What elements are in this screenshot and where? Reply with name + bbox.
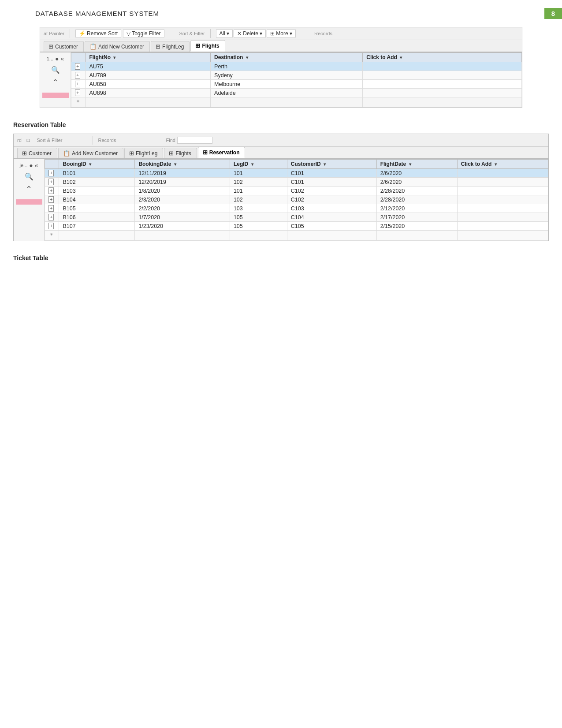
table-row[interactable]: + B102 12/20/2019 102 C101 2/6/2020 <box>45 178 548 187</box>
all-btn[interactable]: All ▾ <box>216 29 233 38</box>
res-nav-row-3: ⌃ <box>15 184 42 194</box>
flights-data-table: FlightNo ▾ Destination ▾ Click to Add ▾ … <box>71 52 522 108</box>
res-col-click-to-add[interactable]: Click to Add ▾ <box>457 160 548 169</box>
find-input[interactable] <box>177 137 212 144</box>
toggle-filter-btn[interactable]: ▽ Toggle Filter <box>123 29 164 38</box>
flight-date-cell: 2/28/2020 <box>376 187 457 195</box>
new-flight-id <box>86 97 211 108</box>
row-expand-cell[interactable]: + <box>45 187 59 195</box>
table-row[interactable]: + AU898 Adelaide <box>71 89 522 97</box>
section2-label: Ticket Table <box>13 254 549 261</box>
tab-res-customer[interactable]: ⊞ Customer <box>17 148 57 158</box>
click-to-add-cell <box>457 195 548 204</box>
customer-id-cell: C101 <box>287 169 376 178</box>
res-customer-tab-label: Customer <box>29 150 52 157</box>
row-expand-cell[interactable]: + <box>45 195 59 204</box>
col-flightno[interactable]: FlightNo ▾ <box>86 53 211 62</box>
customer-id-cell: C105 <box>287 222 376 231</box>
res-nav-collapse-icon[interactable]: « <box>35 162 38 169</box>
row-expand-cell[interactable]: + <box>45 178 59 187</box>
new-record-row[interactable]: ＊ <box>71 97 522 108</box>
res-add-customer-tab-label: Add New Customer <box>72 150 118 157</box>
click-to-add-cell <box>457 222 548 231</box>
row-expand-cell[interactable]: + <box>45 169 59 178</box>
tab-add-new-customer[interactable]: 📋 Add New Customer <box>85 41 150 52</box>
booking-date-cell: 12/11/2019 <box>135 169 230 178</box>
nav-collapse-icon[interactable]: « <box>60 55 64 62</box>
tab-flights[interactable]: ⊞ Flights <box>190 40 225 52</box>
tab-res-add-customer[interactable]: 📋 Add New Customer <box>58 148 123 158</box>
table-row[interactable]: + B103 1/8/2020 101 C102 2/28/2020 <box>45 187 548 195</box>
flight-id-cell: AU858 <box>86 80 211 89</box>
tab-flightleg[interactable]: ⊞ FlightLeg <box>151 41 190 52</box>
nav-up-icon[interactable]: ⌃ <box>52 78 59 87</box>
toggle-filter-label: Toggle Filter <box>132 30 160 37</box>
row-expand-cell[interactable]: + <box>45 222 59 231</box>
leg-id-cell: 105 <box>230 222 287 231</box>
customer-id-cell: C102 <box>287 195 376 204</box>
click-to-add-cell <box>457 169 548 178</box>
tab-res-flights[interactable]: ⊞ Flights <box>164 148 197 158</box>
col-expand <box>71 53 86 62</box>
nav-text: 1... <box>47 56 53 61</box>
table-row[interactable]: + B101 12/11/2019 101 C101 2/6/2020 <box>45 169 548 178</box>
table-row[interactable]: + AU75 Perth <box>71 62 522 71</box>
tab-res-flightleg[interactable]: ⊞ FlightLeg <box>124 148 163 158</box>
table-row[interactable]: + AU789 Sydeny <box>71 71 522 80</box>
row-expand-cell[interactable]: + <box>45 204 59 213</box>
res-col-bookingdate[interactable]: BookingDate ▾ <box>135 160 230 169</box>
row-expand-cell[interactable]: + <box>71 89 86 97</box>
flight-date-cell: 2/15/2020 <box>376 222 457 231</box>
row-expand-cell[interactable]: + <box>71 80 86 89</box>
res-flights-tab-icon: ⊞ <box>169 150 174 157</box>
nav-pink-strip <box>42 93 69 98</box>
find-label: Find <box>166 138 175 143</box>
nav-globe-icon[interactable]: ● <box>55 55 59 62</box>
delete-btn[interactable]: ✕ Delete ▾ <box>234 29 266 38</box>
remove-sort-btn[interactable]: ⚡ Remove Sort <box>75 29 121 38</box>
res-col-customerid[interactable]: CustomerID ▾ <box>287 160 376 169</box>
delete-label: Delete ▾ <box>243 30 262 37</box>
row-expand-cell[interactable]: + <box>71 62 86 71</box>
sort-filter-group: ⚡ Remove Sort ▽ Toggle Filter Sort & Fil… <box>75 29 205 38</box>
leg-id-cell: 102 <box>230 195 287 204</box>
section1-label: Reservation Table <box>13 121 549 128</box>
table-row[interactable]: + B105 2/2/2020 103 C103 2/12/2020 <box>45 204 548 213</box>
res-nav-pink-strip <box>16 199 42 205</box>
col-click-to-add[interactable]: Click to Add ▾ <box>363 53 522 62</box>
toggle-filter-icon: ▽ <box>127 30 130 37</box>
res-nav-search-icon[interactable]: 🔍 <box>25 172 33 181</box>
table-row[interactable]: + B106 1/7/2020 105 C104 2/17/2020 <box>45 213 548 222</box>
click-to-add-cell <box>457 187 548 195</box>
nav-search-icon[interactable]: 🔍 <box>51 66 60 74</box>
click-to-add-cell <box>363 71 522 80</box>
table-row[interactable]: + B107 1/23/2020 105 C105 2/15/2020 <box>45 222 548 231</box>
new-click-add <box>363 97 522 108</box>
table-row[interactable]: + AU858 Melbourne <box>71 80 522 89</box>
res-col-booingid[interactable]: BooingID ▾ <box>59 160 135 169</box>
flights-access-panel: at Painter ⚡ Remove Sort ▽ Toggle Filter… <box>40 27 522 108</box>
tab-customer[interactable]: ⊞ Customer <box>44 41 84 52</box>
booking-date-cell: 1/8/2020 <box>135 187 230 195</box>
res-col-flightdate[interactable]: FlightDate ▾ <box>376 160 457 169</box>
res-col-legid[interactable]: LegID ▾ <box>230 160 287 169</box>
reservation-ribbon: rd □ Sort & Filter Records Find <box>14 134 548 147</box>
res-nav-globe-icon[interactable]: ● <box>29 162 33 169</box>
table-row[interactable]: + B104 2/3/2020 102 C102 2/28/2020 <box>45 195 548 204</box>
leg-id-cell: 101 <box>230 169 287 178</box>
booking-id-cell: B106 <box>59 213 135 222</box>
more-btn[interactable]: ⊞ More ▾ <box>267 29 296 38</box>
res-flights-tab-label: Flights <box>175 150 191 157</box>
flight-id-cell: AU789 <box>86 71 211 80</box>
row-expand-cell[interactable]: + <box>45 213 59 222</box>
new-record-row[interactable]: ＊ <box>45 231 548 241</box>
tab-res-reservation[interactable]: ⊞ Reservation <box>198 147 246 158</box>
flights-table-panel: 1... ● « 🔍 ⌃ FlightNo ▾ De <box>40 52 522 108</box>
col-destination[interactable]: Destination ▾ <box>211 53 363 62</box>
click-to-add-cell <box>457 204 548 213</box>
leg-id-cell: 103 <box>230 204 287 213</box>
res-nav-up-icon[interactable]: ⌃ <box>26 184 32 194</box>
more-label: More ▾ <box>276 30 292 37</box>
reservation-table-panel: je... ● « 🔍 ⌃ BooingID ▾ B <box>14 159 548 241</box>
row-expand-cell[interactable]: + <box>71 71 86 80</box>
